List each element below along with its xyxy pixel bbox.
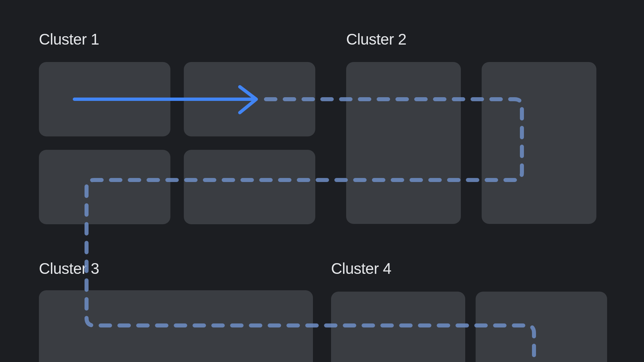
cluster-1-node-b	[184, 62, 315, 136]
cluster-4-node-b	[476, 292, 607, 362]
cluster-1-node-a	[39, 62, 170, 136]
cluster-1-label: Cluster 1	[39, 30, 99, 48]
cluster-3-node-a	[39, 290, 313, 362]
cluster-4-node-a	[331, 292, 465, 362]
cluster-2-node-a	[346, 62, 461, 224]
diagram-canvas: Cluster 1 Cluster 2 Cluster 3 Cluster 4	[0, 0, 644, 362]
cluster-1-node-c	[39, 150, 170, 224]
cluster-2-label: Cluster 2	[346, 30, 407, 48]
cluster-1-node-d	[184, 150, 315, 224]
cluster-3-label: Cluster 3	[39, 259, 99, 278]
cluster-4-label: Cluster 4	[331, 259, 391, 278]
cluster-2-node-b	[482, 62, 596, 224]
